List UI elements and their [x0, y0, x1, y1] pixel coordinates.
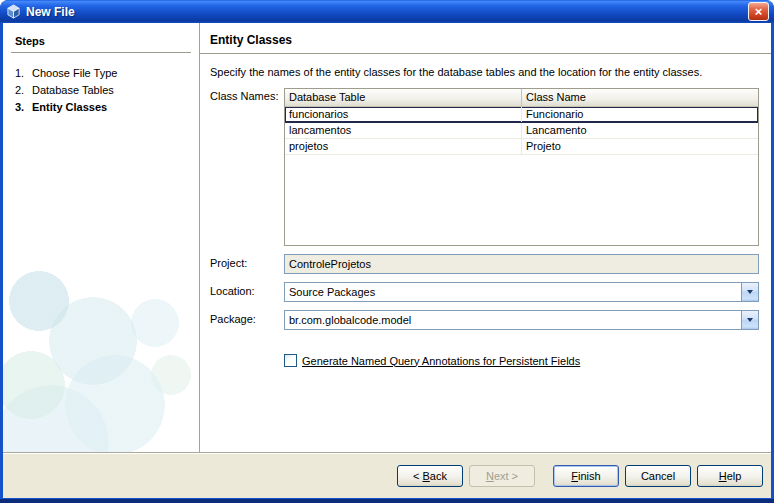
step-database-tables: 2. Database Tables	[11, 82, 191, 99]
content-panel: Entity Classes Specify the names of the …	[200, 23, 771, 452]
table-row[interactable]: lancamentos Lancamento	[285, 123, 758, 139]
class-names-label: Class Names:	[210, 88, 284, 246]
cell-database-table[interactable]: funcionarios	[285, 107, 522, 122]
steps-title: Steps	[11, 33, 191, 53]
table-row[interactable]: funcionarios Funcionario	[285, 107, 758, 123]
table-row[interactable]: projetos Projeto	[285, 139, 758, 155]
cancel-button[interactable]: Cancel	[625, 465, 691, 487]
close-icon[interactable]: ×	[748, 2, 769, 21]
chevron-down-icon[interactable]	[741, 311, 758, 329]
generate-named-query-label[interactable]: Generate Named Query Annotations for Per…	[302, 355, 580, 367]
chevron-down-icon[interactable]	[741, 283, 758, 301]
step-choose-file-type: 1. Choose File Type	[11, 65, 191, 82]
location-label: Location:	[210, 282, 284, 302]
step-entity-classes: 3. Entity Classes	[11, 99, 191, 116]
page-title: Entity Classes	[200, 31, 771, 54]
column-header-database-table: Database Table	[285, 89, 522, 106]
location-combobox[interactable]: Source Packages	[284, 282, 759, 302]
new-file-icon	[5, 4, 21, 20]
cell-database-table[interactable]: projetos	[285, 139, 522, 154]
back-button[interactable]: < Back	[397, 465, 463, 487]
package-value[interactable]: br.com.globalcode.model	[285, 311, 741, 329]
cell-class-name[interactable]: Funcionario	[522, 107, 758, 122]
button-bar: < Back Next > Finish Cancel Help	[3, 452, 771, 498]
generate-named-query-checkbox[interactable]	[284, 354, 297, 367]
help-button[interactable]: Help	[697, 465, 763, 487]
table-empty-area	[285, 155, 758, 245]
cell-class-name[interactable]: Lancamento	[522, 123, 758, 138]
package-label: Package:	[210, 310, 284, 330]
dialog-body: Steps 1. Choose File Type 2. Database Ta…	[3, 23, 771, 452]
location-value[interactable]: Source Packages	[285, 283, 741, 301]
window-title: New File	[26, 5, 743, 19]
next-button: Next >	[469, 465, 535, 487]
project-label: Project:	[210, 254, 284, 274]
page-description: Specify the names of the entity classes …	[210, 66, 759, 78]
project-field[interactable]: ControleProjetos	[284, 254, 759, 274]
location-row: Location: Source Packages	[210, 282, 759, 302]
generate-named-query-row: Generate Named Query Annotations for Per…	[284, 354, 759, 367]
finish-button[interactable]: Finish	[553, 465, 619, 487]
project-row: Project: ControleProjetos	[210, 254, 759, 274]
new-file-dialog: New File × Steps 1. Choose File Type 2. …	[0, 0, 774, 503]
cell-class-name[interactable]: Projeto	[522, 139, 758, 154]
cell-database-table[interactable]: lancamentos	[285, 123, 522, 138]
steps-panel: Steps 1. Choose File Type 2. Database Ta…	[3, 23, 200, 452]
class-names-row: Class Names: Database Table Class Name f…	[210, 88, 759, 246]
table-header: Database Table Class Name	[285, 89, 758, 107]
column-header-class-name: Class Name	[522, 89, 758, 106]
package-row: Package: br.com.globalcode.model	[210, 310, 759, 330]
package-combobox[interactable]: br.com.globalcode.model	[284, 310, 759, 330]
entity-class-table[interactable]: Database Table Class Name funcionarios F…	[284, 88, 759, 246]
titlebar[interactable]: New File ×	[0, 0, 774, 23]
